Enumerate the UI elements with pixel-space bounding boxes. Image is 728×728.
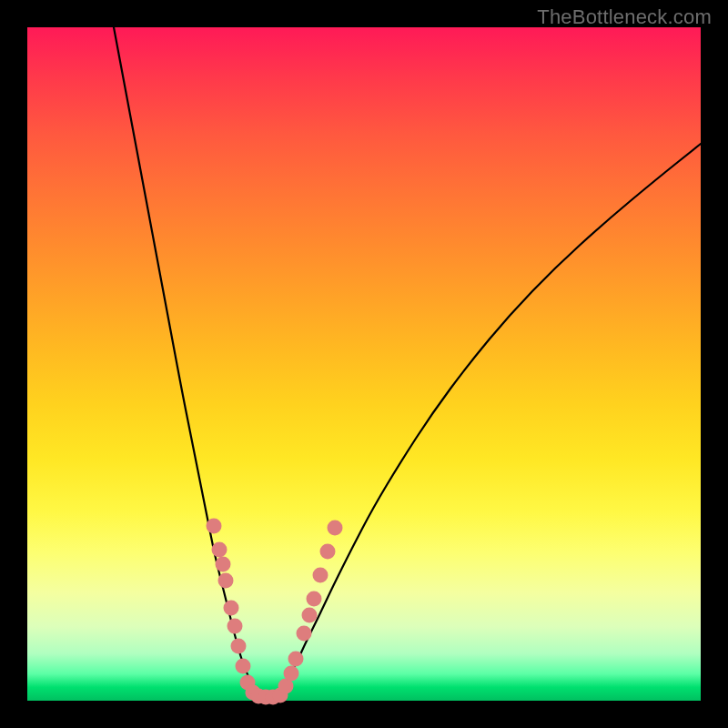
scatter-dot (224, 601, 239, 616)
scatter-dot (313, 568, 329, 583)
scatter-dot (320, 544, 336, 560)
scatter-dot (218, 573, 234, 589)
scatter-dots (207, 519, 343, 705)
watermark-text: TheBottleneck.com (537, 5, 712, 29)
scatter-dot (307, 592, 322, 607)
scatter-dot (212, 542, 228, 558)
chart-stage: TheBottleneck.com (0, 0, 728, 728)
scatter-dot (216, 557, 231, 572)
scatter-dot (236, 659, 251, 674)
scatter-dot (328, 521, 343, 536)
chart-svg (27, 27, 701, 701)
scatter-dot (228, 619, 243, 634)
scatter-dot (207, 519, 222, 534)
scatter-dot (302, 608, 318, 623)
scatter-dot (231, 639, 247, 654)
curve-right (280, 144, 701, 692)
curve-left (114, 27, 257, 692)
plot-area (27, 27, 701, 701)
scatter-dot (297, 626, 312, 642)
scatter-dot (288, 652, 304, 667)
scatter-dot (284, 666, 299, 682)
